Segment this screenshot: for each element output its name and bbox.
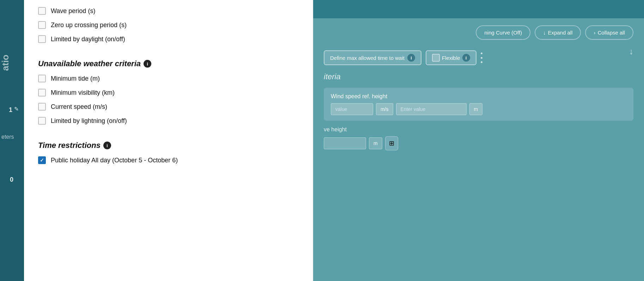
left-panel: Wave period (s) Zero up crossing period … — [24, 0, 313, 281]
learning-curve-button[interactable]: ning Curve (Off) — [476, 25, 530, 40]
wave-period-checkbox[interactable] — [38, 7, 46, 15]
min-tide-label: Minimum tide (m) — [51, 75, 100, 82]
min-visibility-item: Minimum visibility (km) — [38, 89, 299, 96]
collapse-all-label: Collapse all — [597, 30, 625, 36]
zero-crossing-item: Zero up crossing period (s) — [38, 21, 299, 29]
right-panel: ning Curve (Off) ↓ Expand all › Collapse… — [313, 18, 644, 281]
wave-height-unit: m — [369, 137, 382, 149]
daylight-item: Limited by daylight (on/off) — [38, 35, 299, 43]
current-speed-label: Current speed (m/s) — [51, 103, 107, 111]
wave-period-label: Wave period (s) — [51, 7, 95, 15]
zero-crossing-label: Zero up crossing period (s) — [51, 21, 127, 29]
flexible-label: Flexible — [442, 55, 460, 61]
item-number: 1 — [9, 106, 12, 114]
flexible-checkbox[interactable] — [432, 54, 440, 62]
collapse-all-button[interactable]: › Collapse all — [585, 25, 633, 40]
calculator-icon: ⊞ — [389, 139, 394, 147]
min-visibility-checkbox[interactable] — [38, 89, 46, 96]
unavailable-weather-info-icon[interactable]: i — [144, 60, 151, 68]
wind-speed-value-input[interactable] — [331, 103, 373, 115]
time-restrictions-heading: Time restrictions i — [38, 141, 299, 150]
wind-speed-label: Wind speed ref. height — [331, 93, 626, 100]
lightning-checkbox[interactable] — [38, 117, 46, 125]
define-wait-info-icon[interactable]: i — [407, 54, 415, 62]
lightning-item: Limited by lightning (on/off) — [38, 117, 299, 125]
current-speed-checkbox[interactable] — [38, 103, 46, 111]
wave-period-item: Wave period (s) — [38, 7, 299, 15]
wind-speed-section: Wind speed ref. height m/s m — [324, 88, 633, 121]
define-wait-row: Define max allowed time to wait i Flexib… — [324, 50, 633, 65]
zero-crossing-checkbox[interactable] — [38, 21, 46, 29]
min-visibility-label: Minimum visibility (km) — [51, 89, 115, 96]
wind-speed-unit-ms: m/s — [376, 103, 393, 115]
min-tide-checkbox[interactable] — [38, 75, 46, 82]
define-wait-label: Define max allowed time to wait — [330, 55, 405, 61]
wind-speed-unit-m: m — [469, 103, 483, 115]
edit-icon: ✎ — [14, 106, 19, 112]
wave-height-inputs: m ⊞ — [324, 136, 633, 150]
left-strip: atio 1 ✎ eters 0 — [0, 0, 24, 281]
daylight-checkbox[interactable] — [38, 35, 46, 43]
more-options-icon[interactable] — [481, 52, 483, 63]
public-holiday-label: Public holiday All day (October 5 - Octo… — [51, 157, 178, 164]
current-speed-item: Current speed (m/s) — [38, 103, 299, 111]
wind-speed-inputs: m/s m — [331, 103, 626, 115]
expand-all-label: Expand all — [548, 30, 572, 36]
criteria-partial-text: iteria — [324, 72, 633, 81]
flexible-box: Flexible i — [426, 50, 476, 65]
public-holiday-checkbox[interactable]: ✓ — [38, 156, 46, 164]
zero-value: 0 — [10, 176, 13, 183]
wave-height-value-input[interactable] — [324, 137, 366, 149]
expand-all-button[interactable]: ↓ Expand all — [535, 25, 581, 40]
time-restrictions-info-icon[interactable]: i — [103, 142, 111, 149]
calculator-button[interactable]: ⊞ — [385, 136, 398, 150]
partial-text: atio — [0, 55, 11, 71]
partial-text-2: eters — [1, 134, 14, 140]
define-wait-box: Define max allowed time to wait i — [324, 50, 421, 65]
expand-all-icon: ↓ — [543, 30, 546, 36]
flexible-info-icon[interactable]: i — [462, 54, 470, 62]
wave-height-section: ve height m ⊞ — [324, 126, 633, 150]
unavailable-weather-heading: Unavailable weather criteria i — [38, 59, 299, 68]
public-holiday-item: ✓ Public holiday All day (October 5 - Oc… — [38, 156, 299, 164]
wind-speed-height-input[interactable] — [396, 103, 467, 115]
min-tide-item: Minimum tide (m) — [38, 75, 299, 82]
down-arrow-icon: ↓ — [629, 46, 633, 56]
daylight-label: Limited by daylight (on/off) — [51, 36, 125, 43]
learning-curve-label: ning Curve (Off) — [484, 30, 522, 36]
lightning-label: Limited by lightning (on/off) — [51, 117, 127, 125]
header-buttons: ning Curve (Off) ↓ Expand all › Collapse… — [324, 25, 633, 40]
wave-height-label: ve height — [324, 126, 633, 133]
collapse-all-icon: › — [594, 30, 595, 36]
